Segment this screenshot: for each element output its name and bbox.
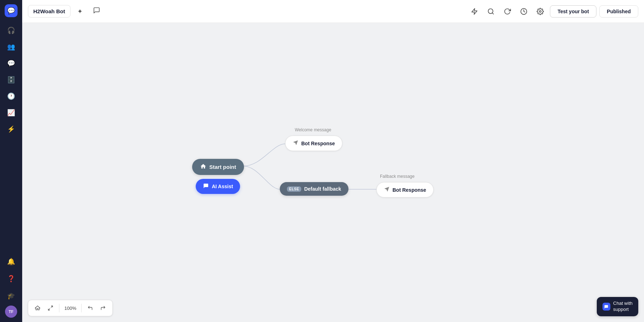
sidebar-item-learn[interactable]: 🎓 xyxy=(4,288,19,303)
sidebar-logo[interactable]: 💬 xyxy=(5,4,18,17)
svg-line-6 xyxy=(48,308,50,310)
start-point-icon xyxy=(200,163,206,171)
chat-support-label: Chat withsupport xyxy=(613,301,633,313)
else-badge: ELSE xyxy=(287,186,301,192)
chat-with-support-button[interactable]: Chat withsupport xyxy=(597,297,638,316)
svg-marker-0 xyxy=(472,8,477,14)
logo-icon: 💬 xyxy=(7,7,15,15)
sidebar-item-conversations[interactable]: 💬 xyxy=(4,56,19,71)
published-button[interactable]: Published xyxy=(599,5,638,18)
sidebar: 💬 🎧 👥 💬 🗄️ 🕐 📈 ⚡ 🔔 ❓ 🎓 TF xyxy=(0,0,22,322)
svg-line-2 xyxy=(492,13,494,14)
sidebar-item-data[interactable]: 🗄️ xyxy=(4,72,19,87)
sidebar-item-integrations[interactable]: ⚡ xyxy=(4,122,19,137)
contacts-icon: 👥 xyxy=(7,43,15,51)
sidebar-item-history[interactable]: 🕐 xyxy=(4,89,19,104)
history-icon: 🕐 xyxy=(7,92,15,100)
bot-response-bottom-icon xyxy=(384,186,390,193)
topbar: H2Woah Bot ✦ xyxy=(22,0,644,23)
history-button[interactable] xyxy=(517,5,531,18)
chat-mode-button[interactable] xyxy=(90,5,103,18)
default-fallback-node[interactable]: ELSE Default fallback xyxy=(280,182,348,196)
zoom-label: 100% xyxy=(62,306,78,311)
toolbar-divider-2 xyxy=(81,304,82,312)
chat-mode-icon xyxy=(93,7,100,16)
sidebar-item-analytics[interactable]: 📈 xyxy=(4,105,19,120)
data-icon: 🗄️ xyxy=(7,76,15,84)
start-point-label: Start point xyxy=(209,164,236,170)
analytics-icon: 📈 xyxy=(7,109,15,117)
fallback-message-label: Fallback message xyxy=(380,174,415,179)
toolbar-divider xyxy=(59,304,59,312)
chat-support-icon xyxy=(602,303,610,311)
test-your-bot-button[interactable]: Test your bot xyxy=(550,5,596,18)
ai-assist-node[interactable]: AI Assist xyxy=(196,179,240,194)
home-button[interactable] xyxy=(32,302,43,314)
search-button[interactable] xyxy=(484,5,498,18)
topbar-right: Test your bot Published xyxy=(468,5,638,18)
undo-button[interactable] xyxy=(84,302,96,314)
main-area: H2Woah Bot ✦ xyxy=(22,0,644,322)
sidebar-item-support[interactable]: 🎧 xyxy=(4,23,19,38)
bot-response-top-node[interactable]: Bot Response xyxy=(285,136,342,151)
settings-button[interactable] xyxy=(533,5,547,18)
sparkle-icon: ✦ xyxy=(77,8,83,15)
ai-assist-icon xyxy=(203,183,209,190)
integrations-icon: ⚡ xyxy=(7,125,15,133)
default-fallback-label: Default fallback xyxy=(304,186,341,192)
start-point-node[interactable]: Start point xyxy=(192,159,244,175)
bot-response-bottom-label: Bot Response xyxy=(392,187,426,193)
sidebar-item-contacts[interactable]: 👥 xyxy=(4,39,19,54)
bot-response-top-label: Bot Response xyxy=(301,141,335,146)
canvas: Welcome message Bot Response Start point xyxy=(22,23,644,322)
expand-button[interactable] xyxy=(45,302,56,314)
sidebar-bottom: 🔔 ❓ 🎓 TF xyxy=(4,254,19,318)
learn-icon: 🎓 xyxy=(7,292,15,300)
sparkle-button[interactable]: ✦ xyxy=(73,5,87,18)
conversations-icon: 💬 xyxy=(7,59,15,67)
welcome-message-label: Welcome message xyxy=(295,127,331,132)
notifications-icon: 🔔 xyxy=(7,258,15,265)
ai-assist-label: AI Assist xyxy=(212,184,233,189)
redo-button[interactable] xyxy=(97,302,109,314)
help-icon: ❓ xyxy=(7,275,15,283)
bottom-toolbar: 100% xyxy=(28,300,113,316)
flow-container: Welcome message Bot Response Start point xyxy=(22,23,644,322)
bot-response-top-icon xyxy=(293,140,298,147)
sidebar-item-notifications[interactable]: 🔔 xyxy=(4,254,19,269)
bot-name[interactable]: H2Woah Bot xyxy=(28,5,70,18)
support-icon: 🎧 xyxy=(7,26,15,34)
avatar[interactable]: TF xyxy=(5,306,17,318)
sidebar-item-help[interactable]: ❓ xyxy=(4,271,19,286)
bot-response-bottom-node[interactable]: Bot Response xyxy=(376,182,434,197)
svg-point-4 xyxy=(540,10,541,12)
lightning-button[interactable] xyxy=(468,5,481,18)
connections-svg xyxy=(22,23,644,322)
refresh-button[interactable] xyxy=(501,5,514,18)
svg-line-5 xyxy=(51,306,53,308)
